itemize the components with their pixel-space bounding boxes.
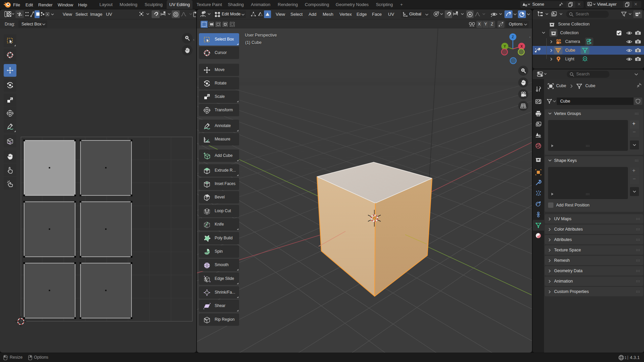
svg-text:Y: Y xyxy=(503,44,506,48)
svg-text:Z: Z xyxy=(512,35,514,39)
svg-text:X: X xyxy=(520,44,523,48)
